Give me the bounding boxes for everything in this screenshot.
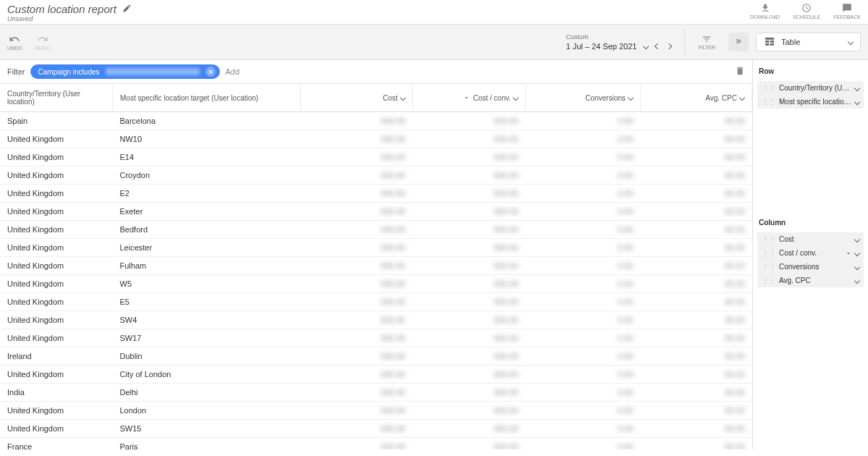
table-row[interactable]: United KingdomSW15000.00000.000.0000.00 <box>0 420 752 438</box>
cell-country: United Kingdom <box>0 221 113 239</box>
cell-cost-conv: 000.00 <box>412 311 525 329</box>
dimension-item[interactable]: ⋮⋮Cost / conv. <box>757 246 864 260</box>
cell-avg-cpc: 00.00 <box>640 384 752 402</box>
table-row[interactable]: United KingdomLondon000.00000.000.0000.0… <box>0 402 752 420</box>
dimension-item[interactable]: ⋮⋮Conversions <box>757 260 864 274</box>
drag-handle-icon[interactable]: ⋮⋮ <box>762 235 776 243</box>
report-subtitle: Unsaved <box>7 15 132 22</box>
add-filter-button[interactable]: Add <box>226 67 240 76</box>
cell-conversions: 0.00 <box>526 402 641 420</box>
col-header-cost-conv[interactable]: Cost / conv. <box>412 84 525 112</box>
cell-cost: 000.00 <box>301 329 412 347</box>
table-row[interactable]: United KingdomE2000.00000.000.0000.00 <box>0 185 752 203</box>
cell-conversions: 0.00 <box>526 203 641 221</box>
chevron-down-icon <box>643 43 649 49</box>
col-header-conversions[interactable]: Conversions <box>526 84 641 112</box>
cell-avg-cpc: 00.00 <box>640 239 752 257</box>
cell-country: United Kingdom <box>0 185 113 203</box>
col-header-cost[interactable]: Cost <box>301 84 412 112</box>
table-row[interactable]: United KingdomNW10000.00000.000.0000.00 <box>0 130 752 148</box>
dimension-item[interactable]: ⋮⋮Country/Territory (User location) <box>757 81 864 95</box>
table-row[interactable]: United KingdomCroydon000.00000.000.0000.… <box>0 166 752 185</box>
cell-conversions: 0.00 <box>526 112 641 130</box>
dimension-label: Cost <box>779 235 852 243</box>
cell-avg-cpc: 00.00 <box>640 311 752 329</box>
table-row[interactable]: IndiaDelhi000.00000.000.0000.00 <box>0 384 752 402</box>
cell-conversions: 0.00 <box>526 257 641 275</box>
table-row[interactable]: United KingdomCity of London000.00000.00… <box>0 366 752 384</box>
drag-handle-icon[interactable]: ⋮⋮ <box>762 98 776 106</box>
chevron-down-icon[interactable] <box>854 98 860 104</box>
cell-avg-cpc: 00.00 <box>640 112 752 130</box>
cell-cost: 000.00 <box>301 185 412 203</box>
cell-conversions: 0.00 <box>526 148 641 166</box>
cell-location: Paris <box>113 438 301 450</box>
cell-conversions: 0.00 <box>526 275 641 293</box>
cell-cost: 000.00 <box>301 311 412 329</box>
table-row[interactable]: United KingdomSW17000.00000.000.0000.00 <box>0 329 752 347</box>
edit-icon[interactable] <box>122 4 132 14</box>
table-row[interactable]: SpainBarcelona000.00000.000.0000.00 <box>0 112 752 130</box>
dimension-item[interactable]: ⋮⋮Avg. CPC <box>757 274 864 287</box>
cell-conversions: 0.00 <box>526 420 641 438</box>
table-row[interactable]: IrelandDublin000.00000.000.0000.00 <box>0 347 752 366</box>
cell-cost: 000.00 <box>301 112 412 130</box>
schedule-button[interactable]: SCHEDULE <box>793 3 820 20</box>
chart-type-select[interactable]: Table <box>756 33 861 51</box>
dimension-label: Avg. CPC <box>779 276 852 284</box>
dimension-label: Most specific location target (User l… <box>779 98 852 106</box>
col-header-location[interactable]: Most specific location target (User loca… <box>113 84 301 112</box>
cell-country: United Kingdom <box>0 257 113 275</box>
date-range-picker[interactable]: Custom 1 Jul – 24 Sep 2021 <box>566 33 678 51</box>
delete-filters-button[interactable] <box>735 66 745 77</box>
chevron-down-icon[interactable] <box>854 277 860 283</box>
download-button[interactable]: DOWNLOAD <box>750 3 780 20</box>
drag-handle-icon[interactable]: ⋮⋮ <box>762 276 776 284</box>
table-row[interactable]: United KingdomE5000.00000.000.0000.00 <box>0 293 752 311</box>
cell-cost: 000.00 <box>301 293 412 311</box>
col-header-avg-cpc[interactable]: Avg. CPC <box>640 84 752 112</box>
drag-handle-icon[interactable]: ⋮⋮ <box>762 249 776 257</box>
chevron-down-icon[interactable] <box>854 250 860 256</box>
table-row[interactable]: FranceParis000.00000.000.0000.00 <box>0 438 752 450</box>
remove-filter-icon[interactable]: ✕ <box>205 67 216 77</box>
cell-cost-conv: 000.00 <box>412 329 525 347</box>
cell-cost: 000.00 <box>301 347 412 366</box>
report-table[interactable]: Country/Territory (User location) Most s… <box>0 84 752 449</box>
redo-button[interactable]: REDO <box>35 33 50 51</box>
next-period-button[interactable] <box>666 43 672 49</box>
cell-country: Spain <box>0 112 113 130</box>
table-row[interactable]: United KingdomExeter000.00000.000.0000.0… <box>0 203 752 221</box>
drag-handle-icon[interactable]: ⋮⋮ <box>762 84 776 92</box>
cell-cost-conv: 000.00 <box>412 347 525 366</box>
drag-handle-icon[interactable]: ⋮⋮ <box>762 263 776 271</box>
feedback-button[interactable]: FEEDBACK <box>833 3 861 20</box>
cell-location: E5 <box>113 293 301 311</box>
chevron-down-icon[interactable] <box>854 85 860 90</box>
col-header-country[interactable]: Country/Territory (User location) <box>0 84 113 112</box>
cell-avg-cpc: 00.00 <box>640 347 752 366</box>
cell-conversions: 0.00 <box>526 293 641 311</box>
cell-conversions: 0.00 <box>526 329 641 347</box>
undo-button[interactable]: UNDO <box>7 33 22 51</box>
dimension-item[interactable]: ⋮⋮Cost <box>757 232 864 246</box>
table-row[interactable]: United KingdomW5000.00000.000.0000.00 <box>0 275 752 293</box>
dimension-item[interactable]: ⋮⋮Most specific location target (User l… <box>757 95 864 109</box>
table-row[interactable]: United KingdomFulham000.00000.000.0000.0… <box>0 257 752 275</box>
table-row[interactable]: United KingdomE14000.00000.000.0000.00 <box>0 148 752 166</box>
cell-avg-cpc: 00.00 <box>640 166 752 185</box>
prev-period-button[interactable] <box>655 43 660 49</box>
chevron-down-icon[interactable] <box>854 263 860 269</box>
cell-location: SW4 <box>113 311 301 329</box>
filter-button[interactable]: FILTER <box>692 31 721 53</box>
sort-icon <box>628 95 634 101</box>
table-row[interactable]: United KingdomBedford000.00000.000.0000.… <box>0 221 752 239</box>
filter-chip-campaign[interactable]: Campaign includes ✕ <box>30 64 219 79</box>
table-row[interactable]: United KingdomLeicester000.00000.000.000… <box>0 239 752 257</box>
title-area: Custom location report Unsaved <box>7 3 132 22</box>
table-row[interactable]: United KingdomSW4000.00000.000.0000.00 <box>0 311 752 329</box>
collapse-sidebar-button[interactable] <box>728 33 749 51</box>
cell-location: Delhi <box>113 384 301 402</box>
cell-location: Fulham <box>113 257 301 275</box>
chevron-down-icon[interactable] <box>854 236 860 242</box>
